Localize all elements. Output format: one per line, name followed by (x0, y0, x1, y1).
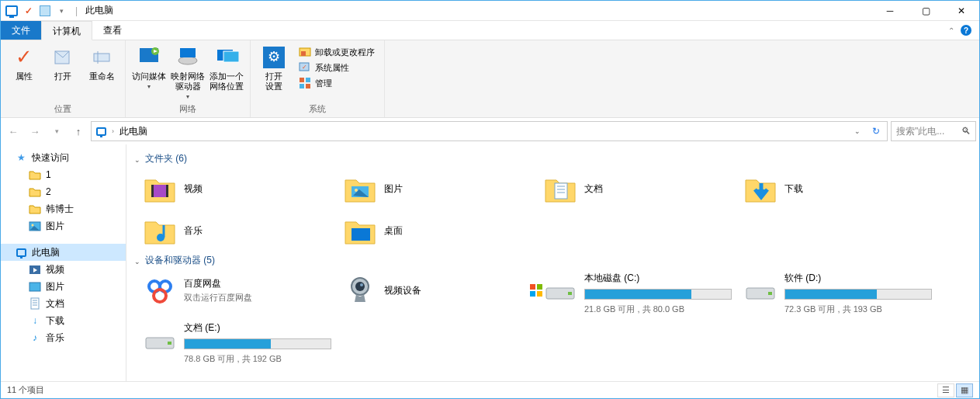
svg-point-18 (32, 224, 34, 227)
refresh-button[interactable]: ↻ (867, 126, 885, 137)
svg-point-29 (355, 189, 358, 192)
qat-properties-icon[interactable]: ✓ (23, 5, 35, 17)
group-label-network: 网络 (179, 103, 196, 117)
folder-item[interactable]: 下载 (744, 170, 938, 207)
downloads-icon: ↓ (29, 314, 41, 327)
folder-icon (744, 172, 777, 205)
svg-point-40 (355, 282, 365, 291)
large-icons-view-button[interactable]: ▦ (956, 383, 973, 397)
search-placeholder: 搜索"此电... (896, 125, 958, 138)
videos-icon (29, 263, 41, 276)
sidebar-item-pictures[interactable]: 图片 (1, 278, 126, 295)
folder-item[interactable]: 图片 (344, 170, 538, 207)
sidebar-item-music[interactable]: ♪音乐 (1, 329, 126, 346)
drive-icon (144, 326, 176, 359)
camera-icon (344, 274, 376, 307)
sidebar-this-pc[interactable]: 此电脑 (1, 244, 126, 261)
documents-icon (29, 297, 41, 310)
svg-rect-43 (537, 284, 542, 290)
manage-button[interactable]: 管理 (297, 76, 376, 90)
uninstall-programs-button[interactable]: 卸载或更改程序 (297, 45, 376, 59)
breadcrumb[interactable]: 此电脑 (117, 123, 150, 140)
folder-item[interactable]: 视频 (144, 170, 338, 207)
folder-item[interactable]: 音乐 (144, 212, 338, 249)
ribbon: ✓属性 打开 重命名 位置 访问媒体▾ 映射网络 驱动器▾ 添加一个 网络位置 … (1, 40, 979, 118)
drive-label: 软件 (D:) (784, 272, 938, 285)
drive-item-video-device[interactable]: 视频设备 (344, 272, 538, 309)
folder-icon (144, 172, 176, 205)
title-separator: | (72, 5, 81, 16)
drive-usage-text: 78.8 GB 可用 , 共 192 GB (184, 353, 338, 365)
svg-point-41 (360, 283, 363, 286)
folder-icon (29, 186, 41, 198)
qat-new-folder-icon[interactable] (40, 5, 50, 16)
svg-rect-8 (223, 51, 239, 62)
qat-this-pc-icon[interactable] (5, 5, 18, 17)
maximize-button[interactable]: ▢ (908, 1, 944, 21)
rename-button[interactable]: 重命名 (83, 43, 120, 83)
sidebar-item-documents[interactable]: 文档 (1, 295, 126, 312)
address-bar[interactable]: › 此电脑 ⌄ ↻ (91, 121, 888, 141)
sidebar-item-videos[interactable]: 视频 (1, 261, 126, 278)
folder-item[interactable]: 桌面 (344, 212, 538, 249)
search-input[interactable]: 搜索"此电... 🔍︎ (891, 121, 976, 141)
help-icon[interactable]: ? (961, 25, 971, 36)
address-icon (93, 127, 109, 136)
drive-label: 视频设备 (384, 284, 421, 297)
minimize-button[interactable]: ─ (872, 1, 908, 21)
content-pane: ⌄文件夹 (6) 视频图片文档下载音乐桌面 ⌄设备和驱动器 (5) 百度网盘双击… (126, 144, 979, 381)
folder-label: 下载 (784, 182, 803, 196)
folder-icon (344, 214, 376, 247)
sidebar-item-pictures[interactable]: 图片 (1, 217, 126, 234)
recent-locations-button[interactable]: ▾ (47, 122, 66, 141)
qat-dropdown-icon[interactable]: ▾ (55, 5, 68, 17)
drive-item-baidu[interactable]: 百度网盘双击运行百度网盘 (144, 272, 338, 309)
svg-rect-15 (300, 84, 304, 88)
star-icon: ★ (15, 151, 27, 164)
pictures-icon (29, 220, 41, 232)
access-media-button[interactable]: 访问媒体▾ (130, 43, 168, 92)
system-properties-button[interactable]: ✓系统属性 (297, 61, 376, 75)
forward-button[interactable]: → (26, 122, 44, 141)
drive-icon (744, 276, 777, 309)
tab-file[interactable]: 文件 (1, 21, 41, 40)
sidebar-quick-access[interactable]: ★快速访问 (1, 149, 126, 166)
sidebar-item-1[interactable]: 1 (1, 166, 126, 183)
music-icon: ♪ (29, 331, 41, 344)
sidebar-item-2[interactable]: 2 (1, 183, 126, 200)
drive-label: 本地磁盘 (C:) (584, 272, 738, 285)
drive-item[interactable]: 文档 (E:)78.8 GB 可用 , 共 192 GB (144, 321, 338, 366)
close-button[interactable]: ✕ (944, 1, 979, 21)
svg-rect-45 (537, 291, 542, 297)
tab-view[interactable]: 查看 (92, 21, 133, 40)
pictures-icon (29, 280, 41, 293)
add-network-location-button[interactable]: 添加一个 网络位置 (208, 43, 245, 93)
svg-rect-25 (153, 185, 167, 197)
drive-label: 文档 (E:) (184, 321, 338, 335)
address-dropdown-icon[interactable]: ⌄ (850, 127, 865, 135)
drive-usage-text: 21.8 GB 可用 , 共 80.0 GB (584, 304, 738, 315)
drive-item[interactable]: 本地磁盘 (C:)21.8 GB 可用 , 共 80.0 GB (544, 272, 738, 317)
ribbon-group-system: ⚙打开 设置 卸载或更改程序 ✓系统属性 管理 系统 (251, 40, 385, 117)
folder-label: 文档 (584, 182, 603, 196)
group-header-folders[interactable]: ⌄文件夹 (6) (134, 152, 968, 165)
sidebar-item-hanboshi[interactable]: 韩博士 (1, 200, 126, 217)
window-title: 此电脑 (81, 4, 118, 17)
drive-item[interactable]: 软件 (D:)72.3 GB 可用 , 共 193 GB (744, 272, 938, 317)
folder-icon (29, 203, 41, 215)
back-button[interactable]: ← (4, 122, 23, 141)
open-button[interactable]: 打开 (44, 43, 81, 83)
folder-item[interactable]: 文档 (544, 170, 738, 207)
breadcrumb-arrow-icon[interactable]: › (110, 127, 116, 135)
properties-button[interactable]: ✓属性 (5, 43, 43, 83)
open-settings-button[interactable]: ⚙打开 设置 (255, 43, 293, 93)
folder-icon (344, 172, 376, 205)
tab-computer[interactable]: 计算机 (41, 21, 92, 40)
up-button[interactable]: ↑ (69, 122, 88, 141)
group-header-devices[interactable]: ⌄设备和驱动器 (5) (134, 254, 968, 267)
details-view-button[interactable]: ☰ (937, 383, 954, 397)
ribbon-collapse-icon[interactable]: ⌃ (948, 26, 954, 35)
sidebar-item-downloads[interactable]: ↓下载 (1, 312, 126, 329)
map-drive-button[interactable]: 映射网络 驱动器▾ (169, 43, 206, 102)
baidu-icon (144, 274, 176, 307)
